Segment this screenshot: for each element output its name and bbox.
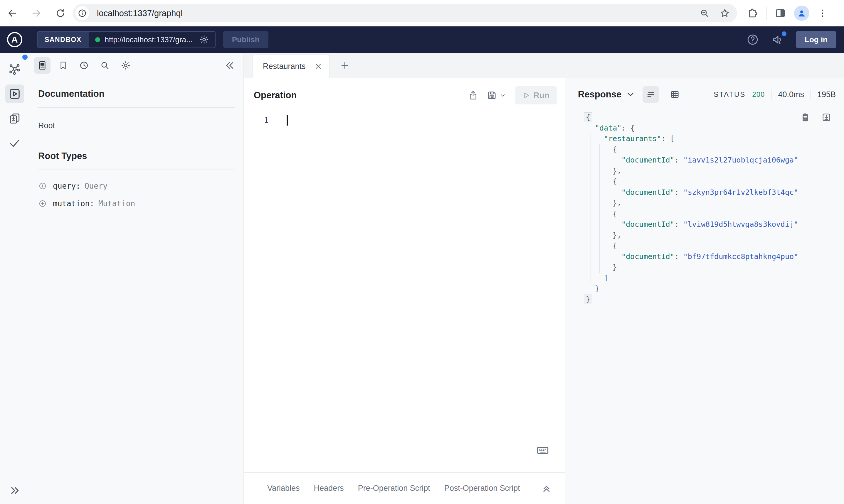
zoom-page-icon[interactable] (700, 8, 709, 18)
collapse-panel-chevrons-icon[interactable] (224, 60, 235, 71)
field-name: query: (53, 182, 81, 191)
json-line: }, (586, 198, 844, 209)
rail-item-changes[interactable] (5, 109, 24, 128)
browser-profile-avatar[interactable] (794, 5, 809, 21)
tab-close-icon[interactable] (314, 62, 322, 70)
rail-item-schema[interactable] (5, 60, 24, 78)
site-info-icon[interactable] (75, 6, 89, 20)
response-time: 40.0ms (778, 90, 804, 99)
operation-editor[interactable]: 1 (244, 110, 565, 472)
bottom-tab-headers[interactable]: Headers (314, 484, 344, 493)
url-text[interactable]: localhost:1337/graphql (97, 8, 700, 18)
field-row-mutation[interactable]: mutation:Mutation (38, 199, 235, 208)
back-arrow-icon (7, 8, 18, 18)
browser-menu-kebab-icon[interactable] (817, 8, 828, 18)
tool-history-button[interactable] (76, 57, 92, 74)
indent-guide (590, 133, 591, 283)
share-operation-icon[interactable] (468, 90, 478, 101)
rail-item-explorer[interactable] (5, 85, 24, 103)
format-json-view-button[interactable] (642, 86, 659, 103)
expand-bottom-panel-chevrons-icon[interactable] (541, 483, 552, 494)
download-response-icon[interactable] (821, 112, 832, 123)
save-options-chevron-icon[interactable] (500, 92, 506, 98)
tab-strip: Restaurants (244, 53, 844, 78)
response-header: Response STATUS 200 (565, 78, 844, 107)
json-token: } (613, 263, 617, 271)
reload-icon (55, 8, 66, 18)
bottom-tab-variables[interactable]: Variables (267, 484, 300, 493)
endpoint-settings-gear-icon[interactable] (199, 35, 209, 44)
address-bar[interactable]: localhost:1337/graphql (73, 4, 737, 22)
text-cursor (287, 115, 288, 126)
root-types-title: Root Types (38, 151, 235, 161)
gear-icon (121, 60, 131, 70)
response-dropdown-chevron-icon[interactable] (626, 90, 635, 99)
bottom-tabs: VariablesHeadersPre-Operation ScriptPost… (267, 484, 520, 493)
bottom-tab-post-operation-script[interactable]: Post-Operation Script (444, 484, 520, 493)
expand-rail-chevrons-icon[interactable] (9, 485, 20, 497)
json-token: { (613, 177, 617, 186)
apollo-header: A SANDBOX http://localhost:1337/gra... P… (0, 26, 844, 53)
status-code: 200 (752, 90, 765, 98)
field-type[interactable]: Query (85, 182, 107, 191)
login-button[interactable]: Log in (796, 31, 837, 48)
json-token: : [ (661, 134, 674, 143)
field-type[interactable]: Mutation (98, 199, 135, 208)
json-line: { (586, 144, 844, 155)
json-line: } (586, 262, 844, 273)
browser-reload-button[interactable] (52, 5, 69, 21)
checks-icon (8, 137, 21, 150)
expand-plus-icon[interactable] (38, 199, 47, 208)
apollo-logo[interactable]: A (0, 26, 29, 53)
endpoint-url-box[interactable]: http://localhost:1337/gra... (89, 32, 215, 48)
fold-toggle[interactable]: } (584, 294, 592, 304)
extensions-icon[interactable] (746, 7, 758, 19)
json-token: }, (613, 231, 621, 239)
tool-documentation-button[interactable] (34, 57, 51, 74)
browser-back-button[interactable] (4, 5, 20, 21)
run-label: Run (534, 91, 549, 100)
json-line: "documentId": "lviw819d5htwvga8s3kovdij" (586, 219, 844, 230)
status-label: STATUS (713, 90, 746, 98)
workspace: Documentation Root Root Types query:Quer… (0, 53, 844, 504)
bottom-tab-pre-operation-script[interactable]: Pre-Operation Script (358, 484, 430, 493)
json-token: "documentId" (621, 188, 674, 197)
json-line: ] (586, 273, 844, 284)
table-view-button[interactable] (667, 86, 683, 103)
response-meta: STATUS 200 40.0ms 195B (713, 89, 836, 100)
schema-graph-icon (8, 63, 21, 76)
root-link[interactable]: Root (38, 121, 235, 130)
json-token: ] (604, 274, 608, 282)
document-icon (37, 60, 47, 70)
keyboard-shortcuts-icon[interactable] (536, 444, 549, 457)
copy-response-icon[interactable] (800, 112, 811, 123)
side-panel-icon[interactable] (775, 7, 786, 19)
json-line: "documentId": "bf97tfdumkcc8ptahkng4puo" (586, 251, 844, 262)
save-operation-icon[interactable] (487, 90, 506, 101)
tool-search-button[interactable] (97, 57, 113, 74)
divider (38, 169, 235, 170)
publish-button[interactable]: Publish (223, 31, 269, 48)
tool-saved-operations-button[interactable] (55, 57, 71, 74)
rail-item-checks[interactable] (5, 134, 24, 152)
bookmark-icon (58, 61, 68, 70)
fold-gutter-line (582, 123, 582, 294)
browser-forward-button[interactable] (28, 5, 45, 21)
expand-plus-icon[interactable] (38, 182, 47, 191)
new-tab-plus-icon[interactable] (340, 61, 349, 70)
search-icon (100, 60, 110, 70)
run-button[interactable]: Run (515, 86, 557, 105)
tool-settings-button[interactable] (118, 57, 134, 74)
tab-restaurants[interactable]: Restaurants (253, 55, 329, 78)
operation-bottom-bar: VariablesHeadersPre-Operation ScriptPost… (244, 472, 565, 504)
fold-toggle[interactable]: { (584, 112, 592, 122)
bookmark-star-icon[interactable] (720, 8, 730, 18)
screen: localhost:1337/graphql (0, 0, 844, 504)
field-row-query[interactable]: query:Query (38, 182, 235, 191)
json-token: "documentId" (621, 156, 674, 164)
left-icon-rail (0, 53, 29, 504)
json-line: }, (586, 230, 844, 241)
help-icon[interactable] (746, 33, 759, 46)
announcements-megaphone-icon[interactable] (771, 33, 784, 46)
json-token: "documentId" (621, 220, 674, 229)
